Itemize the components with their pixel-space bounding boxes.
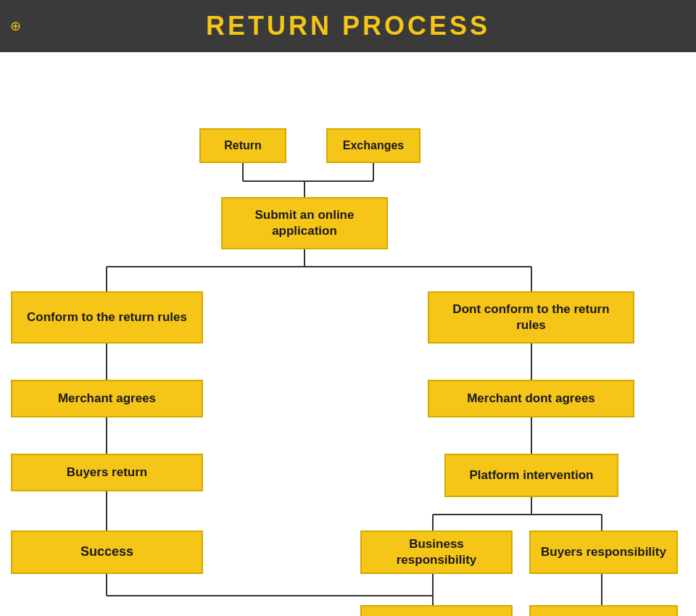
exchanges-box: Exchanges	[326, 128, 420, 163]
buyers-responsibility-box: Buyers responsibility	[529, 530, 678, 574]
failure-box: Failure	[529, 605, 678, 616]
business-responsibility-box: Business responsibility	[360, 530, 513, 574]
submit-box: Submit an online application	[221, 197, 388, 249]
merchant-agrees-box: Merchant agrees	[11, 380, 203, 417]
header: ⊕ RETURN PROCESS	[0, 0, 696, 52]
success-box: Success	[11, 530, 203, 574]
crosshair-icon: ⊕	[10, 18, 21, 34]
merchant-dont-agrees-box: Merchant dont agrees	[428, 380, 634, 417]
dont-conform-box: Dont conform to the return rules	[428, 291, 634, 344]
page-title: RETURN PROCESS	[206, 11, 490, 41]
main-content: Return Exchanges Submit an online applic…	[0, 52, 696, 616]
conform-box: Conform to the return rules	[11, 291, 203, 344]
return-box: Return	[199, 128, 286, 163]
platform-box: Platform intervention	[444, 454, 618, 497]
buyers-return-mid-box: Buyers return	[360, 605, 513, 616]
buyers-return-left-box: Buyers return	[11, 454, 203, 491]
